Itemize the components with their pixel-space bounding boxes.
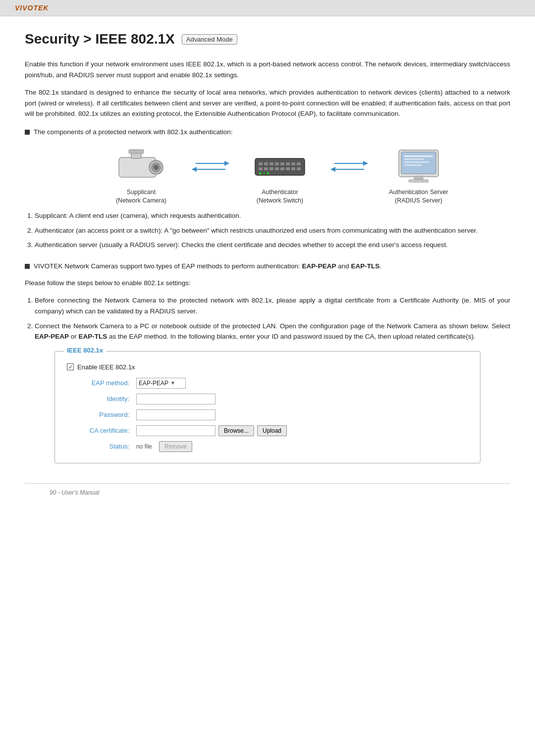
ieee-box-title: IEEE 802.1x [64, 347, 106, 354]
bullet-1-row: The components of a protected network wi… [25, 128, 510, 136]
diagram-supplicant: Supplicant(Network Camera) [92, 146, 191, 205]
select-arrow-icon: ▼ [170, 380, 175, 386]
svg-rect-7 [259, 162, 263, 165]
supplicant-image [111, 146, 171, 185]
svg-rect-14 [297, 162, 301, 165]
eap-method-label: EAP method: [77, 379, 136, 387]
svg-rect-30 [404, 155, 433, 157]
password-label: Password: [77, 411, 136, 418]
step-2: Connect the Network Camera to a PC or no… [35, 321, 510, 342]
page-title: Security > IEEE 802.1X Advanced Mode [25, 31, 510, 47]
footer-bar: 90 - User's Manual [25, 483, 510, 496]
ieee-box: IEEE 802.1x Enable IEEE 802.1x EAP metho… [54, 351, 481, 463]
svg-rect-9 [269, 162, 273, 165]
browse-button[interactable]: Browse... [218, 425, 254, 436]
svg-point-24 [263, 172, 265, 174]
enable-checkbox-row[interactable]: Enable IEEE 802.1x [67, 363, 468, 371]
svg-rect-5 [129, 150, 144, 153]
auth-server-image [389, 146, 448, 185]
svg-rect-8 [264, 162, 268, 165]
enable-checkbox[interactable] [67, 363, 74, 370]
svg-rect-12 [286, 162, 290, 165]
arrow-2 [329, 163, 369, 170]
svg-point-23 [259, 172, 261, 174]
password-input[interactable] [136, 409, 215, 420]
supplicant-label: Supplicant(Network Camera) [116, 188, 166, 205]
identity-row: Identity: [67, 394, 468, 404]
identity-label: Identity: [77, 395, 136, 403]
brand-logo: VIVOTEK [15, 4, 49, 12]
svg-rect-21 [291, 167, 295, 170]
svg-rect-16 [264, 167, 268, 170]
svg-rect-17 [269, 167, 273, 170]
ca-cert-input[interactable] [136, 425, 215, 436]
svg-rect-29 [409, 180, 428, 182]
svg-rect-13 [291, 162, 295, 165]
list-item-3: Authentication server (usually a RADIUS … [35, 240, 510, 251]
footer-text: 90 - User's Manual [25, 489, 99, 496]
svg-rect-11 [280, 162, 284, 165]
remove-button[interactable]: Remove [159, 441, 192, 452]
status-row: Status: no file Remove [67, 441, 468, 452]
svg-rect-6 [255, 158, 305, 175]
status-value: no file [136, 443, 152, 450]
ca-cert-label: CA certificate: [77, 427, 136, 434]
upload-button[interactable]: Upload [257, 425, 287, 436]
diagram-authenticator: Authenticator(Network Switch) [230, 146, 329, 205]
eap-method-value: EAP-PEAP [139, 380, 168, 387]
bullet-2-row: VIVOTEK Network Cameras support two type… [25, 262, 510, 270]
step-1: Before connecting the Network Camera to … [35, 295, 510, 316]
enable-label: Enable IEEE 802.1x [77, 363, 135, 371]
header-bar: VIVOTEK [0, 0, 535, 16]
authenticator-image [250, 146, 310, 185]
ca-cert-controls: Browse... Upload [136, 425, 287, 436]
bullet-2-text: VIVOTEK Network Cameras support two type… [34, 262, 381, 270]
status-label: Status: [77, 443, 136, 450]
svg-rect-31 [404, 158, 424, 160]
authenticator-label: Authenticator(Network Switch) [257, 188, 303, 205]
svg-rect-15 [259, 167, 263, 170]
svg-rect-19 [280, 167, 284, 170]
intro-paragraph-1: Enable this function if your network env… [25, 59, 510, 80]
svg-rect-33 [404, 164, 422, 166]
bullet-square-2 [25, 264, 30, 269]
numbered-list-1: Supplicant: A client end user (camera), … [35, 210, 510, 251]
svg-rect-20 [286, 167, 290, 170]
auth-server-label: Authentication Server(RADIUS Server) [389, 188, 448, 205]
diagram-area: Supplicant(Network Camera) [50, 146, 510, 205]
bullet-square-1 [25, 130, 30, 135]
svg-rect-18 [275, 167, 279, 170]
advanced-mode-badge[interactable]: Advanced Mode [182, 34, 237, 45]
diagram-auth-server: Authentication Server(RADIUS Server) [369, 146, 468, 205]
identity-input[interactable] [136, 394, 215, 404]
page-title-text: Security > IEEE 802.1X [25, 31, 175, 47]
svg-rect-22 [297, 167, 301, 170]
steps-intro: Please follow the steps below to enable … [25, 278, 510, 289]
ca-cert-row: CA certificate: Browse... Upload [67, 425, 468, 436]
svg-rect-10 [275, 162, 279, 165]
svg-point-25 [267, 172, 269, 174]
list-item-1: Supplicant: A client end user (camera), … [35, 210, 510, 221]
bullet-1-text: The components of a protected network wi… [34, 128, 233, 136]
password-row: Password: [67, 409, 468, 420]
intro-paragraph-2: The 802.1x standard is designed to enhan… [25, 87, 510, 119]
svg-rect-32 [404, 161, 429, 163]
eap-method-select[interactable]: EAP-PEAP ▼ [136, 378, 186, 389]
steps-list: Before connecting the Network Camera to … [35, 295, 510, 342]
eap-method-row: EAP method: EAP-PEAP ▼ [67, 378, 468, 389]
svg-point-3 [154, 165, 159, 170]
arrow-1 [191, 163, 230, 170]
list-item-2: Authenticator (an access point or a swit… [35, 225, 510, 236]
